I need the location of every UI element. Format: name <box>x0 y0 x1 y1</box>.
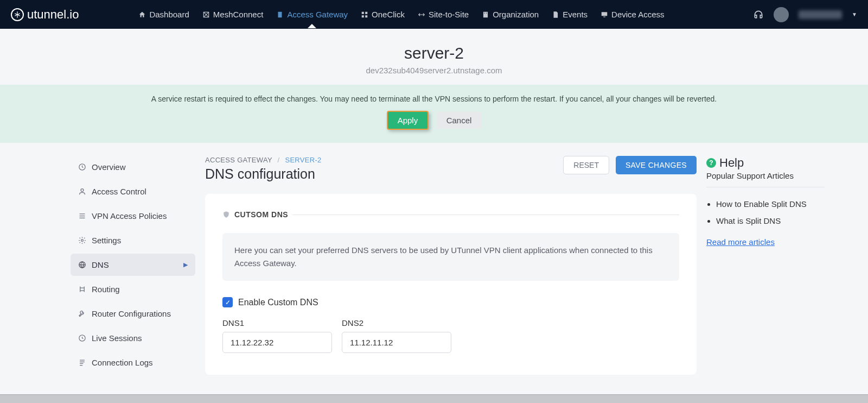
sidebar-connection-logs[interactable]: Connection Logs <box>71 351 195 374</box>
logs-icon <box>78 358 86 367</box>
dns1-input[interactable] <box>222 332 332 353</box>
sidebar-vpn-policies[interactable]: VPN Access Policies <box>71 205 195 227</box>
sidebar: Overview Access Control VPN Access Polic… <box>71 156 195 376</box>
sidebar-overview[interactable]: Overview <box>71 156 195 178</box>
save-changes-button[interactable]: SAVE CHANGES <box>616 156 697 174</box>
nav-oneclick[interactable]: OneClick <box>361 1 405 28</box>
dns-info: Here you can set your preferred DNS serv… <box>222 233 679 281</box>
nav-label: Events <box>563 10 588 19</box>
grid-icon <box>361 11 368 18</box>
content-row: Overview Access Control VPN Access Polic… <box>22 143 846 376</box>
nav-label: Dashboard <box>149 10 189 19</box>
page-header: server-2 dev232sub4049server2.utnstage.c… <box>0 29 868 85</box>
dns1-field: DNS1 <box>222 318 332 353</box>
enable-dns-label: Enable Custom DNS <box>238 298 318 307</box>
sidebar-label: DNS <box>92 260 109 269</box>
reset-button[interactable]: RESET <box>563 156 609 174</box>
breadcrumb: ACCESS GATEWAY / SERVER-2 <box>205 156 322 164</box>
topbar-right: ▼ <box>753 7 857 22</box>
user-avatar[interactable] <box>774 7 789 22</box>
help-panel: ? Help Popular Support Articles How to E… <box>706 156 825 376</box>
dns2-field: DNS2 <box>342 318 451 353</box>
svg-point-12 <box>81 189 84 192</box>
nav-label: Site-to-Site <box>429 10 469 19</box>
globe-icon <box>78 261 86 269</box>
read-more-link[interactable]: Read more articles <box>706 237 775 247</box>
sidebar-live-sessions[interactable]: Live Sessions <box>71 327 195 349</box>
logo[interactable]: utunnel.io <box>11 8 79 22</box>
svg-rect-3 <box>365 11 367 14</box>
monitor-icon <box>601 11 608 18</box>
sidebar-label: Routing <box>92 285 120 294</box>
help-list: How to Enable Split DNS What is Split DN… <box>706 199 825 225</box>
nav-label: Organization <box>493 10 539 19</box>
nav-organization[interactable]: Organization <box>482 1 539 28</box>
help-item[interactable]: How to Enable Split DNS <box>716 199 825 209</box>
dns1-label: DNS1 <box>222 318 332 328</box>
nav-events[interactable]: Events <box>552 1 588 28</box>
gateway-icon <box>276 11 284 18</box>
sidebar-dns[interactable]: DNS ▶ <box>71 254 195 276</box>
banner-text: A service restart is required to effect … <box>11 95 857 103</box>
section-divider <box>292 215 679 215</box>
nav-meshconnect[interactable]: MeshConnect <box>202 1 264 28</box>
dns-fields: DNS1 DNS2 <box>222 318 679 353</box>
nav-label: MeshConnect <box>213 10 264 19</box>
cancel-button[interactable]: Cancel <box>437 112 482 129</box>
sidebar-label: Connection Logs <box>92 358 153 367</box>
main: ACCESS GATEWAY / SERVER-2 DNS configurat… <box>205 156 697 376</box>
nav-site-to-site[interactable]: Site-to-Site <box>418 1 469 28</box>
logo-text: utunnel.io <box>27 8 79 22</box>
svg-rect-4 <box>362 15 364 17</box>
gear-icon <box>78 236 86 244</box>
enable-dns-row: ✓ Enable Custom DNS <box>222 297 679 307</box>
nav-label: OneClick <box>372 10 405 19</box>
nav-device-access[interactable]: Device Access <box>601 1 665 28</box>
sidebar-label: Access Control <box>92 187 146 196</box>
sidebar-settings[interactable]: Settings <box>71 229 195 251</box>
main-header: ACCESS GATEWAY / SERVER-2 DNS configurat… <box>205 156 697 182</box>
swap-icon <box>418 11 425 18</box>
dns2-input[interactable] <box>342 332 451 353</box>
support-icon[interactable] <box>753 9 764 20</box>
crumb-root[interactable]: ACCESS GATEWAY <box>205 156 272 164</box>
topbar: utunnel.io Dashboard MeshConnect Access … <box>0 0 868 29</box>
enable-dns-checkbox[interactable]: ✓ <box>222 297 233 307</box>
mesh-icon <box>202 11 210 18</box>
svg-rect-5 <box>365 15 367 17</box>
wrench-icon <box>78 310 86 318</box>
sidebar-router-config[interactable]: Router Configurations <box>71 303 195 325</box>
nav-dashboard[interactable]: Dashboard <box>138 1 189 28</box>
help-subtitle: Popular Support Articles <box>706 171 825 187</box>
shield-icon <box>222 211 230 218</box>
svg-rect-1 <box>278 11 282 17</box>
svg-rect-10 <box>603 16 605 17</box>
sidebar-label: Live Sessions <box>92 333 142 343</box>
list-icon <box>78 212 86 220</box>
crumb-sep: / <box>278 156 280 164</box>
apply-button[interactable]: Apply <box>387 111 429 130</box>
svg-rect-7 <box>484 12 485 13</box>
svg-point-13 <box>81 240 84 242</box>
building-icon <box>482 11 489 18</box>
main-title: DNS configuration <box>205 166 322 182</box>
help-item[interactable]: What is Split DNS <box>716 216 825 225</box>
user-icon <box>78 187 86 196</box>
page-subtitle: dev232sub4049server2.utnstage.com <box>0 66 868 75</box>
sidebar-label: Settings <box>92 236 121 245</box>
route-icon <box>78 285 86 293</box>
sidebar-routing[interactable]: Routing <box>71 278 195 300</box>
help-icon: ? <box>706 158 716 168</box>
home-icon <box>138 11 146 18</box>
page-title: server-2 <box>0 44 868 62</box>
dns-card: CUTSOM DNS Here you can set your preferr… <box>205 194 697 375</box>
section-header: CUTSOM DNS <box>222 210 679 219</box>
sidebar-access-control[interactable]: Access Control <box>71 180 195 203</box>
crumb-current[interactable]: SERVER-2 <box>285 156 321 164</box>
chevron-right-icon: ▶ <box>183 261 188 268</box>
help-title: Help <box>719 156 744 170</box>
help-heading: ? Help <box>706 156 825 170</box>
clock-icon <box>78 163 86 171</box>
nav-access-gateway[interactable]: Access Gateway <box>276 1 348 28</box>
user-menu-caret[interactable]: ▼ <box>852 11 857 17</box>
